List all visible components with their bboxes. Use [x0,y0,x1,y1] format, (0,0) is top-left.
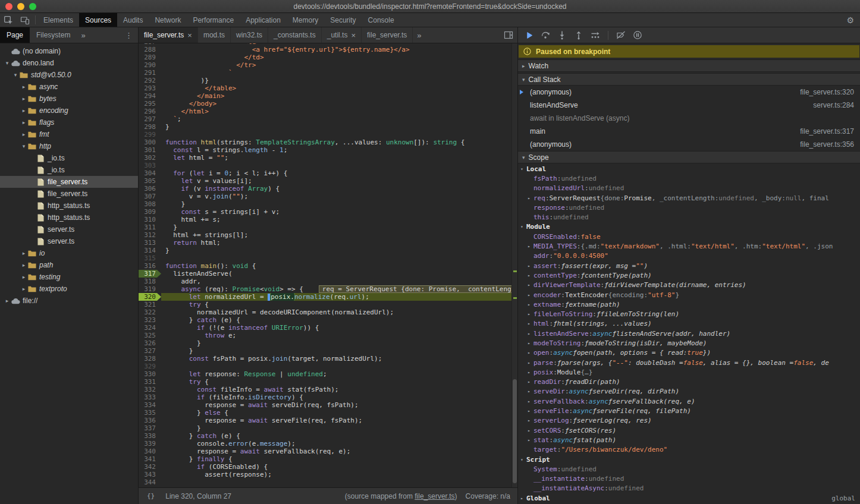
line-number[interactable]: 342 [139,463,161,471]
code-text[interactable]: </td> [161,53,511,61]
code-line-296[interactable]: 296 </html> [139,108,511,115]
scope-variable-stat[interactable]: ▸stat: async ƒ stat(path) [518,435,860,445]
scope-variable-target[interactable]: target: "/Users/biwanczuk/dev/deno" [518,445,860,455]
expand-icon[interactable]: ▸ [20,108,27,114]
tree-item-file[interactable]: ▸file:// [0,295,138,307]
tree-item-flags[interactable]: ▸flags [0,116,138,128]
scope-group-local[interactable]: ▾Local [518,164,860,174]
code-line-300[interactable]: 300function html(strings: TemplateString… [139,138,511,146]
device-toolbar-icon[interactable] [17,13,33,27]
line-number[interactable]: 334 [139,401,161,409]
close-tab-icon[interactable]: × [351,31,356,40]
code-text[interactable]: if (!(e instanceof URIError)) { [161,324,511,332]
editor-tab-file-server-ts[interactable]: file_server.ts [362,27,413,43]
code-line-340[interactable]: 340 response = await serveFallback(req, … [139,448,511,455]
line-number[interactable]: 341 [139,455,161,463]
scope-variable-req[interactable]: ▸req: ServerRequest {done: Promise, _con… [518,193,860,203]
more-options-icon[interactable]: ⋮ [120,27,138,43]
scope-variable-instantiate[interactable]: __instantiate: undefined [518,474,860,484]
line-number[interactable]: 335 [139,409,161,417]
line-number[interactable]: 322 [139,308,161,316]
editor-tab-util-ts[interactable]: _util.ts× [322,27,362,43]
chevron-right-icon[interactable]: ▸ [528,350,533,355]
chevron-right-icon[interactable]: ▸ [528,196,533,201]
tree-item-io[interactable]: ▸io [0,247,138,259]
scope-variable-encoder[interactable]: ▸encoder: TextEncoder {encoding: "utf-8"… [518,290,860,300]
line-number[interactable]: 299 [139,131,161,138]
tree-item-http-status-ts[interactable]: http_status.ts [0,212,138,223]
code-line-337[interactable]: 337 } [139,424,511,432]
code-line-324[interactable]: 324 if (!(e instanceof URIError)) { [139,324,511,332]
code-text[interactable]: function html(strings: TemplateStringsAr… [161,138,511,146]
code-line-307[interactable]: 307 v = v.join(""); [139,193,511,200]
tab-overflow-icon[interactable]: » [77,27,89,43]
line-number[interactable]: 344 [139,478,161,486]
tree-item-deno-land[interactable]: ▾deno.land [0,57,138,69]
scope-variable-modetostring[interactable]: ▸modeToString: ƒ modeToString(isDir, may… [518,338,860,348]
code-line-293[interactable]: 293 </table> [139,84,511,92]
scope-section-header[interactable]: ▾ Scope [518,151,860,163]
editor-tab-win32-ts[interactable]: win32.ts [231,27,268,43]
code-text[interactable]: return html; [161,239,511,247]
line-number[interactable]: 300 [139,138,161,146]
breakpoint-line-number[interactable]: 317 [139,270,161,278]
line-number[interactable]: 324 [139,324,161,332]
tree-item-server-ts[interactable]: server.ts [0,223,138,235]
tree-item-no-domain[interactable]: (no domain) [0,45,138,57]
line-number[interactable]: 310 [139,216,161,223]
line-number[interactable]: 294 [139,92,161,100]
code-line-305[interactable]: 305 let v = values[i]; [139,177,511,185]
code-line-317[interactable]: 317 listenAndServe( [139,270,511,278]
code-line-321[interactable]: 321 try { [139,301,511,308]
code-text[interactable]: const fileInfo = await stat(fsPath); [161,386,511,393]
chevron-right-icon[interactable]: ▸ [528,321,533,326]
code-text[interactable] [161,131,511,138]
tree-item-server-ts[interactable]: server.ts [0,235,138,247]
code-text[interactable]: } catch (e) { [161,432,511,440]
main-tab-elements[interactable]: Elements [37,13,79,27]
code-text[interactable]: } [161,347,511,355]
code-text[interactable]: try { [161,378,511,386]
code-line-289[interactable]: 289 </td> [139,53,511,61]
code-line-339[interactable]: 339 console.error(e.message); [139,440,511,448]
main-tab-application[interactable]: Application [240,13,287,27]
main-tab-security[interactable]: Security [324,13,362,27]
main-tab-console[interactable]: Console [362,13,400,27]
code-text[interactable]: </html> [161,108,511,115]
code-line-309[interactable]: 309 const s = strings[i] + v; [139,208,511,216]
chevron-right-icon[interactable]: ▸ [528,428,533,433]
chevron-right-icon[interactable]: ▸ [528,437,533,443]
code-text[interactable]: const fsPath = posix.join(target, normal… [161,355,511,363]
line-number[interactable]: 314 [139,247,161,254]
scope-variable-dirviewertemplate[interactable]: ▸dirViewerTemplate: ƒ dirViewerTemplate(… [518,281,860,290]
code-line-297[interactable]: 297 `; [139,115,511,123]
line-number[interactable]: 308 [139,200,161,208]
scope-variable-response[interactable]: response: undefined [518,203,860,212]
chevron-right-icon[interactable]: ▸ [528,379,533,385]
line-number[interactable]: 292 [139,77,161,84]
pause-on-exceptions-icon[interactable] [629,27,646,43]
chevron-right-icon[interactable]: ▸ [528,282,533,288]
code-line-302[interactable]: 302 let html = ""; [139,154,511,162]
code-text[interactable]: response = await serveFile(req, fsPath); [161,417,511,424]
code-line-334[interactable]: 334 response = await serveDir(req, fsPat… [139,401,511,409]
line-number[interactable]: 298 [139,123,161,131]
expand-icon[interactable]: ▸ [20,96,27,102]
scope-variable-open[interactable]: ▸open: async ƒ open(path, options = { re… [518,348,860,358]
chevron-right-icon[interactable]: ▸ [528,399,533,404]
code-line-290[interactable]: 290 </tr> [139,61,511,69]
main-tab-memory[interactable]: Memory [287,13,324,27]
tree-item-bytes[interactable]: ▸bytes [0,93,138,105]
code-line-322[interactable]: 322 normalizedUrl = decodeURIComponent(n… [139,308,511,316]
scope-variable-readdir[interactable]: ▸readDir: ƒ readDir(path) [518,377,860,387]
code-line-299[interactable]: 299 [139,131,511,138]
step-icon[interactable] [587,27,604,43]
sidebar-tab-filesystem[interactable]: Filesystem [30,27,77,43]
code-text[interactable]: let response: Response | undefined; [161,370,511,378]
chevron-right-icon[interactable]: ▸ [528,389,533,394]
call-stack-frame-anonymous[interactable]: (anonymous)file_server.ts:356 [518,138,860,151]
breakpoint-line-number[interactable]: 320 [139,293,161,301]
scope-variable-instantiateasync[interactable]: __instantiateAsync: undefined [518,484,860,493]
editor-tab-overflow-icon[interactable]: » [413,27,425,43]
tree-item-io-ts[interactable]: _io.ts [0,164,138,176]
